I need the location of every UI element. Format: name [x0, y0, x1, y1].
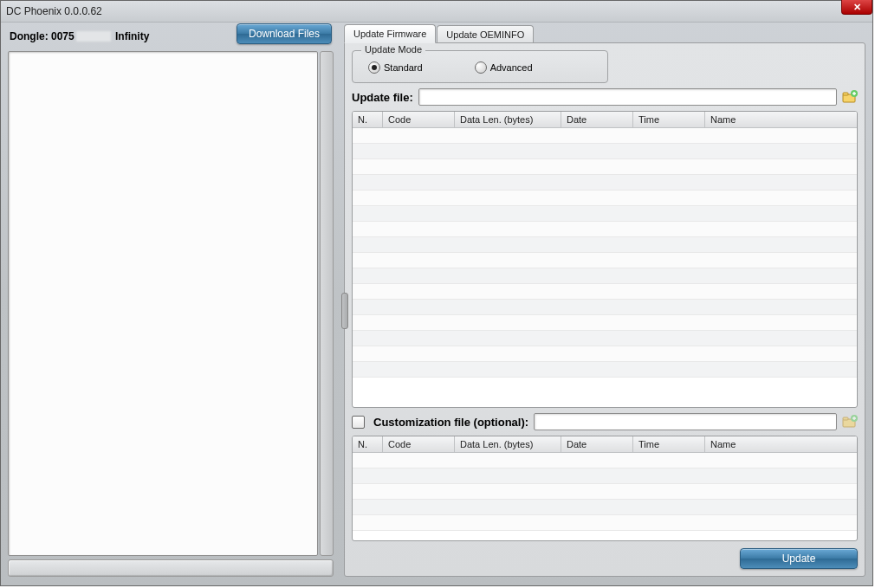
col-time[interactable]: Time: [633, 112, 705, 128]
update-mode-group: Update Mode Standard Advanced: [352, 50, 608, 83]
close-button[interactable]: ✕: [841, 0, 872, 15]
update-button[interactable]: Update: [740, 548, 858, 569]
col-date[interactable]: Date: [561, 112, 633, 128]
custom-file-input[interactable]: [534, 413, 837, 430]
table-row[interactable]: [353, 159, 857, 175]
window-title: DC Phoenix 0.0.0.62: [6, 5, 102, 17]
table-row[interactable]: [353, 300, 857, 315]
radio-standard-label: Standard: [384, 62, 423, 73]
update-file-label: Update file:: [352, 91, 413, 104]
content-area: Dongle: 0075 Infinity Download Files Upd…: [1, 22, 872, 585]
right-column: Update Firmware Update OEMINFO Update Mo…: [344, 23, 865, 577]
col-data-len[interactable]: Data Len. (bytes): [455, 112, 561, 128]
update-mode-legend: Update Mode: [361, 44, 425, 55]
main-row: Download Files Update Firmware Update OE…: [8, 48, 865, 577]
browse-custom-file-icon[interactable]: [842, 414, 858, 430]
table-row[interactable]: [353, 468, 857, 484]
table-row[interactable]: [353, 362, 857, 378]
custom-file-label: Customization file (optional):: [373, 416, 528, 429]
table-row[interactable]: [353, 222, 857, 237]
col2-n[interactable]: N.: [353, 436, 383, 453]
table-row[interactable]: [353, 268, 857, 284]
left-column: Download Files: [8, 48, 334, 577]
table-row[interactable]: [353, 206, 857, 222]
custom-file-checkbox[interactable]: [352, 416, 365, 429]
tab-update-oeminfo[interactable]: Update OEMINFO: [437, 25, 534, 42]
col2-code[interactable]: Code: [383, 436, 455, 453]
col-n[interactable]: N.: [353, 112, 383, 128]
tab-update-firmware[interactable]: Update Firmware: [344, 24, 436, 43]
radio-advanced[interactable]: Advanced: [475, 61, 533, 74]
radio-standard[interactable]: Standard: [368, 61, 423, 74]
tabs: Update Firmware Update OEMINFO: [344, 23, 865, 42]
update-file-row: Update file:: [352, 88, 858, 106]
table-row[interactable]: [353, 515, 857, 531]
custom-file-table[interactable]: N. Code Data Len. (bytes) Date Time Name: [352, 436, 858, 541]
table-row[interactable]: [353, 484, 857, 500]
update-file-table[interactable]: N. Code Data Len. (bytes) Date Time Name: [352, 111, 858, 408]
app-window: DC Phoenix 0.0.0.62 ✕ Dongle: 0075 Infin…: [0, 0, 873, 586]
log-textarea[interactable]: [8, 51, 318, 556]
log-scrollbar[interactable]: [320, 51, 334, 556]
table-row[interactable]: [353, 128, 857, 144]
table-row[interactable]: [353, 315, 857, 331]
col-code[interactable]: Code: [383, 112, 455, 128]
radio-advanced-label: Advanced: [490, 62, 533, 73]
table-row[interactable]: [353, 500, 857, 515]
table-row[interactable]: [353, 144, 857, 159]
col2-data-len[interactable]: Data Len. (bytes): [455, 436, 561, 453]
update-file-input[interactable]: [418, 88, 837, 106]
table-row[interactable]: [353, 175, 857, 191]
col2-date[interactable]: Date: [561, 436, 633, 453]
radio-standard-dot: [368, 61, 380, 74]
bottom-actions: Update: [352, 546, 858, 569]
custom-file-row: Customization file (optional):: [352, 413, 858, 430]
table1-body: [353, 128, 857, 378]
table-row[interactable]: [353, 346, 857, 362]
col2-time[interactable]: Time: [633, 436, 705, 453]
splitter-handle[interactable]: [341, 293, 348, 329]
log-area: [8, 51, 334, 556]
table-row[interactable]: [353, 331, 857, 346]
titlebar[interactable]: DC Phoenix 0.0.0.62 ✕: [1, 1, 872, 23]
browse-update-file-icon[interactable]: [842, 89, 858, 105]
table-row[interactable]: [353, 453, 857, 468]
radio-advanced-dot: [475, 61, 487, 74]
svg-rect-4: [843, 417, 848, 420]
table-row[interactable]: [353, 237, 857, 253]
tab-panel-firmware: Update Mode Standard Advanced: [344, 42, 865, 577]
dongle-id-hidden: [76, 31, 111, 42]
table-row[interactable]: [353, 284, 857, 300]
table-row[interactable]: [353, 253, 857, 268]
col2-name[interactable]: Name: [705, 436, 858, 453]
col-name[interactable]: Name: [705, 112, 858, 128]
table2-body: [353, 453, 857, 531]
table-row[interactable]: [353, 191, 857, 206]
status-bar: [8, 559, 334, 577]
download-files-button[interactable]: Download Files: [237, 23, 332, 44]
svg-rect-1: [843, 93, 848, 95]
close-icon: ✕: [853, 2, 861, 13]
